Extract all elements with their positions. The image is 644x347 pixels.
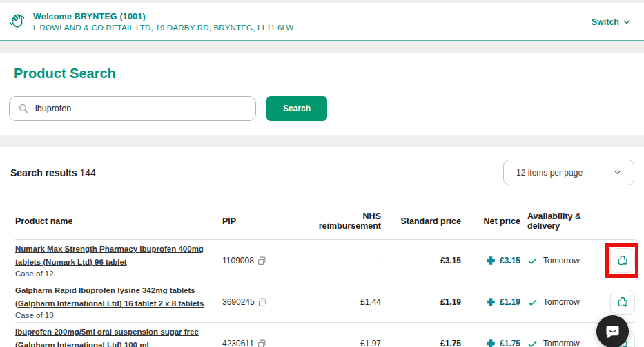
results-table: Product name PIP NHS reimbursement Stand… [15, 202, 635, 347]
product-link[interactable]: Galpharm Rapid Ibuprofen lysine 342mg ta… [15, 286, 204, 308]
net-price: £1.75 [500, 339, 520, 347]
nhs-reimbursement: £1.44 [305, 297, 381, 307]
add-to-basket-button[interactable] [610, 290, 635, 315]
copy-icon[interactable] [257, 256, 266, 265]
copy-icon[interactable] [257, 339, 266, 347]
copy-icon[interactable] [258, 298, 267, 307]
check-icon [527, 339, 538, 347]
pharmacy-cross-icon [486, 256, 496, 265]
pharmacy-cross-icon [486, 339, 496, 347]
chat-launcher-button[interactable] [596, 315, 629, 347]
basket-plus-icon [616, 254, 630, 268]
switch-label: Switch [592, 17, 619, 27]
case-size: Case of 10 [15, 310, 207, 321]
welcome-title: Welcome BRYNTEG (1001) [33, 12, 293, 21]
standard-price: £3.15 [381, 256, 461, 265]
add-to-basket-button[interactable] [610, 248, 635, 273]
pharmacy-cross-icon [486, 297, 496, 307]
search-icon [18, 103, 29, 114]
page-title: Product Search [14, 66, 644, 82]
standard-price: £1.19 [381, 297, 461, 307]
welcome-address: L ROWLAND & CO RETAIL LTD, 19 DARBY RD, … [33, 24, 293, 32]
col-header-net: Net price [461, 216, 520, 226]
divider-band [0, 135, 644, 147]
delivery-estimate: Tomorrow [543, 339, 580, 347]
standard-price: £1.75 [381, 339, 461, 347]
search-input[interactable] [35, 104, 247, 113]
pip-code: 1109008 [222, 256, 254, 265]
results-label: Search results [10, 167, 77, 178]
delivery-estimate: Tomorrow [543, 297, 580, 307]
col-header-availability: Availability & delivery [520, 212, 601, 231]
check-icon [527, 256, 538, 266]
table-row: Numark Max Strength Pharmacy Ibuprofen 4… [15, 240, 635, 281]
basket-plus-icon [616, 295, 630, 309]
table-row: Ibuprofen 200mg/5ml oral suspension suga… [15, 323, 635, 347]
col-header-pip: PIP [222, 216, 305, 226]
nhs-reimbursement: - [305, 256, 381, 265]
pip-code: 4230611 [222, 339, 254, 347]
col-header-product: Product name [15, 216, 222, 226]
product-link[interactable]: Numark Max Strength Pharmacy Ibuprofen 4… [15, 245, 204, 266]
welcome-bar: Welcome BRYNTEG (1001) L ROWLAND & CO RE… [0, 3, 644, 41]
table-row: Galpharm Rapid Ibuprofen lysine 342mg ta… [15, 281, 635, 323]
search-results-title: Search results 144 [10, 167, 96, 178]
pip-code: 3690245 [222, 297, 255, 307]
product-search-section: Product Search Search [0, 53, 644, 135]
divider-band [0, 41, 644, 53]
col-header-nhs: NHS reimbursement [305, 212, 381, 231]
items-per-page-value: 12 items per page [516, 168, 583, 178]
net-price: £3.15 [500, 256, 520, 265]
product-link[interactable]: Ibuprofen 200mg/5ml oral suspension suga… [15, 328, 199, 347]
chat-bubble-icon [605, 323, 621, 339]
search-button[interactable]: Search [266, 96, 327, 121]
table-header-row: Product name PIP NHS reimbursement Stand… [15, 202, 635, 240]
nhs-reimbursement: £1.97 [305, 339, 381, 347]
results-count: 144 [79, 167, 95, 178]
chevron-down-icon [612, 167, 623, 178]
delivery-estimate: Tomorrow [543, 256, 580, 265]
check-icon [527, 297, 538, 308]
col-header-standard: Standard price [381, 216, 461, 226]
chevron-down-icon [622, 17, 632, 27]
search-box[interactable] [9, 96, 256, 121]
items-per-page-select[interactable]: 12 items per page [503, 160, 634, 185]
net-price: £1.19 [500, 297, 520, 307]
case-size: Case of 12 [15, 269, 207, 279]
switch-account-button[interactable]: Switch [592, 17, 632, 27]
waving-hand-icon [7, 12, 28, 31]
